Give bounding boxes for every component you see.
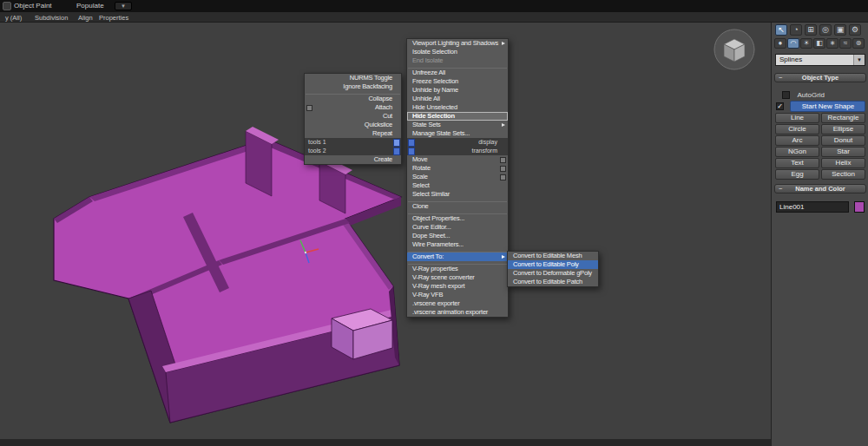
rollout-name-and-color[interactable]: − Name and Color bbox=[774, 184, 866, 193]
quad-indicator-icon[interactable] bbox=[393, 139, 400, 147]
quad-header-display: display bbox=[407, 138, 508, 147]
settings-box-icon[interactable] bbox=[500, 166, 506, 172]
menu-item-dope-sheet[interactable]: Dope Sheet... bbox=[407, 232, 508, 240]
menu-item-scale[interactable]: Scale bbox=[407, 173, 508, 181]
menu-item-unhide-by-name[interactable]: Unhide by Name bbox=[407, 86, 508, 95]
menu-item-vrscene-exporter[interactable]: .vrscene exporter bbox=[407, 299, 508, 308]
category-shapes-icon[interactable]: ◠ bbox=[787, 38, 799, 49]
menu-item-state-sets[interactable]: State Sets bbox=[407, 121, 508, 129]
menu-item-freeze-selection[interactable]: Freeze Selection bbox=[407, 77, 508, 86]
model-editable-spline[interactable] bbox=[54, 127, 401, 423]
settings-box-icon[interactable] bbox=[500, 174, 506, 180]
view-cube[interactable] bbox=[714, 30, 754, 69]
button-text[interactable]: Text bbox=[775, 158, 819, 168]
tab-display[interactable]: ▣ bbox=[834, 24, 846, 36]
menu-item-label: Rotate bbox=[412, 164, 431, 172]
button-star[interactable]: Star bbox=[821, 147, 865, 157]
category-helpers-icon[interactable]: ∗ bbox=[826, 38, 838, 49]
button-ellipse[interactable]: Ellipse bbox=[821, 124, 865, 134]
tab-hierarchy[interactable]: ⊞ bbox=[805, 24, 817, 36]
menu-item-object-properties[interactable]: Object Properties... bbox=[407, 214, 508, 223]
menu-item-repeat[interactable]: Repeat bbox=[305, 129, 401, 138]
button-helix[interactable]: Helix bbox=[821, 158, 865, 168]
collapse-icon: − bbox=[779, 74, 782, 82]
button-donut[interactable]: Donut bbox=[821, 135, 865, 146]
menu-item-isolate-selection[interactable]: Isolate Selection bbox=[407, 48, 508, 56]
button-section[interactable]: Section bbox=[821, 169, 865, 180]
category-systems-icon[interactable]: ⊛ bbox=[852, 38, 865, 49]
menu-item-convert-deformable-gpoly[interactable]: Convert to Deformable gPoly bbox=[508, 269, 598, 278]
menu-item-clone[interactable]: Clone bbox=[407, 202, 508, 211]
start-new-shape-button[interactable]: Start New Shape bbox=[790, 101, 865, 112]
menu-item-create[interactable]: Create bbox=[305, 155, 401, 164]
ribbon-tab-object-paint[interactable]: Object Paint bbox=[14, 2, 52, 10]
category-space-warps-icon[interactable]: ≈ bbox=[839, 38, 852, 49]
menu-item-unhide-all[interactable]: Unhide All bbox=[407, 95, 508, 103]
spline-type-dropdown[interactable]: Splines ▾ bbox=[775, 54, 865, 66]
menu-item-rotate[interactable]: Rotate bbox=[407, 164, 508, 173]
menu-item-select[interactable]: Select bbox=[407, 181, 508, 190]
ribbon-tab-bar: Object Paint Populate ▾ bbox=[0, 0, 868, 12]
menu-item-label: Convert To: bbox=[412, 253, 444, 260]
menu-item-move[interactable]: Move bbox=[407, 155, 508, 164]
category-cameras-icon[interactable]: ◧ bbox=[813, 38, 825, 49]
tab-utilities[interactable]: ⚙ bbox=[849, 24, 861, 36]
ribbon-tab-populate[interactable]: Populate bbox=[76, 2, 104, 10]
quad-indicator-icon[interactable] bbox=[393, 148, 400, 155]
menu-item-attach[interactable]: Attach bbox=[305, 103, 401, 112]
viewport-bottom-edge bbox=[0, 439, 771, 446]
settings-box-icon[interactable] bbox=[500, 157, 506, 163]
menu-item-unfreeze-all[interactable]: Unfreeze All bbox=[407, 69, 508, 77]
ribbon-panel-properties[interactable]: Properties bbox=[99, 14, 128, 22]
menu-item-collapse[interactable]: Collapse bbox=[305, 95, 401, 103]
menu-item-vray-vfb[interactable]: V-Ray VFB bbox=[407, 291, 508, 299]
menu-item-hide-unselected[interactable]: Hide Unselected bbox=[407, 103, 508, 112]
button-line[interactable]: Line bbox=[775, 113, 819, 123]
tab-motion[interactable]: ◎ bbox=[819, 24, 832, 36]
menu-item-vrscene-animation-exporter[interactable]: .vrscene animation exporter bbox=[407, 308, 508, 317]
ribbon-panel-subdivision[interactable]: Subdivision bbox=[35, 14, 68, 22]
quad-indicator-icon[interactable] bbox=[408, 139, 415, 147]
ribbon-panel-poly-all[interactable]: y (All) bbox=[5, 14, 22, 22]
tab-create[interactable]: ↖ bbox=[775, 24, 787, 36]
quad-menu-display-transform: Viewport Lighting and Shadows Isolate Se… bbox=[406, 38, 509, 318]
ribbon-collapse-button[interactable]: ▾ bbox=[115, 2, 132, 10]
submenu-arrow-icon bbox=[502, 255, 505, 259]
ribbon-panel-align[interactable]: Align bbox=[78, 14, 93, 22]
menu-item-vray-properties[interactable]: V-Ray properties bbox=[407, 265, 508, 273]
button-arc[interactable]: Arc bbox=[775, 135, 819, 146]
button-ngon[interactable]: NGon bbox=[775, 147, 819, 157]
menu-item-curve-editor[interactable]: Curve Editor... bbox=[407, 223, 508, 232]
quad-header-label: transform bbox=[471, 148, 497, 154]
menu-item-quickslice[interactable]: Quickslice bbox=[305, 121, 401, 129]
dropdown-arrow-icon[interactable]: ▾ bbox=[853, 55, 865, 65]
menu-item-wire-parameters[interactable]: Wire Parameters... bbox=[407, 240, 508, 249]
category-lights-icon[interactable]: ☀ bbox=[800, 38, 812, 49]
menu-item-vray-scene-converter[interactable]: V-Ray scene converter bbox=[407, 273, 508, 282]
menu-item-ignore-backfacing[interactable]: Ignore Backfacing bbox=[305, 82, 401, 91]
menu-item-label: Scale bbox=[412, 173, 428, 180]
start-new-shape-checkbox[interactable]: ✓ bbox=[776, 102, 784, 110]
tab-modify[interactable]: ◔ bbox=[790, 24, 802, 36]
quad-indicator-icon[interactable] bbox=[408, 148, 415, 155]
object-name-input[interactable]: Line001 bbox=[776, 201, 849, 213]
menu-item-manage-state-sets[interactable]: Manage State Sets... bbox=[407, 129, 508, 138]
object-color-swatch[interactable] bbox=[854, 201, 865, 213]
button-rectangle[interactable]: Rectangle bbox=[821, 113, 865, 123]
settings-box-icon[interactable] bbox=[306, 105, 312, 111]
menu-item-convert-editable-patch[interactable]: Convert to Editable Patch bbox=[508, 278, 598, 286]
category-geometry-icon[interactable]: ● bbox=[774, 38, 786, 49]
button-egg[interactable]: Egg bbox=[775, 169, 819, 180]
menu-item-convert-editable-mesh[interactable]: Convert to Editable Mesh bbox=[508, 252, 598, 260]
menu-item-hide-selection[interactable]: Hide Selection bbox=[407, 112, 508, 121]
menu-item-select-similar[interactable]: Select Similar bbox=[407, 190, 508, 199]
rollout-object-type[interactable]: − Object Type bbox=[774, 73, 866, 82]
menu-item-convert-to[interactable]: Convert To: bbox=[407, 253, 508, 261]
menu-item-convert-editable-poly[interactable]: Convert to Editable Poly bbox=[508, 260, 598, 269]
menu-item-viewport-lighting[interactable]: Viewport Lighting and Shadows bbox=[407, 39, 508, 48]
button-circle[interactable]: Circle bbox=[775, 124, 819, 134]
viewport-3d-scene[interactable] bbox=[0, 0, 771, 446]
menu-item-cut[interactable]: Cut bbox=[305, 112, 401, 121]
menu-item-nurms-toggle[interactable]: NURMS Toggle bbox=[305, 74, 401, 82]
menu-item-vray-mesh-export[interactable]: V-Ray mesh export bbox=[407, 282, 508, 291]
